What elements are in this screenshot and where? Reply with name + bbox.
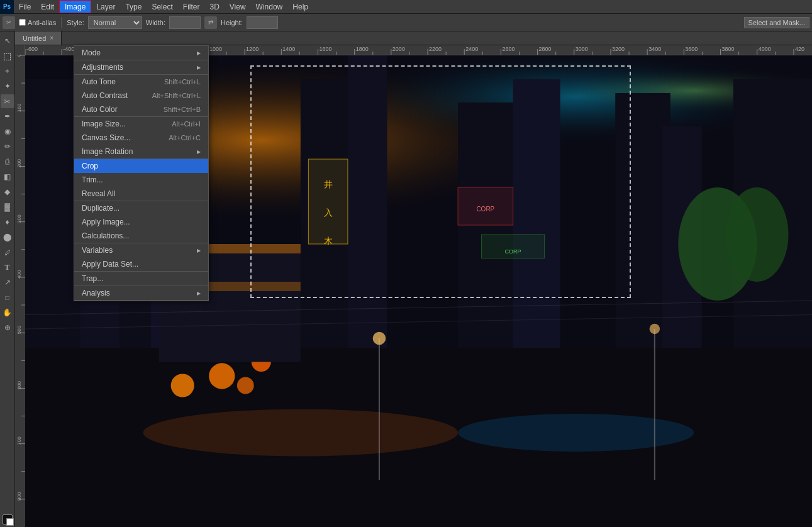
eraser-tool-btn[interactable]: ◆: [1, 185, 14, 199]
svg-text:CORP: CORP: [505, 248, 521, 255]
app-logo: Ps: [0, 0, 14, 14]
tab-bar: Untitled ×: [15, 31, 812, 45]
menu-section-duplicate: Duplicate... Apply Image... Calculations…: [74, 201, 208, 243]
svg-point-24: [209, 363, 235, 389]
width-label: Width:: [146, 19, 165, 26]
menu-section-analysis: Analysis: [74, 286, 208, 301]
move-tool-btn[interactable]: ↖: [1, 34, 14, 48]
menu-item-apply-dataset[interactable]: Apply Data Set...: [74, 257, 208, 271]
svg-rect-12: [615, 93, 670, 362]
tool-icon: ✂: [3, 16, 15, 29]
blur-tool-btn[interactable]: ♦: [1, 215, 14, 229]
menu-item-reveal-all[interactable]: Reveal All: [74, 187, 208, 201]
history-brush-btn[interactable]: ◧: [1, 170, 14, 184]
lasso-tool-btn[interactable]: ⌖: [1, 64, 14, 78]
menu-bar: Ps File Edit Image Layer Type Select Fil…: [0, 0, 812, 14]
antialias-label: Anti-alias: [28, 19, 56, 26]
menu-item-auto-tone[interactable]: Auto Tone Shift+Ctrl+L: [74, 75, 208, 89]
menu-section-trap: Trap...: [74, 272, 208, 286]
svg-point-16: [143, 409, 458, 457]
antialias-option[interactable]: Anti-alias: [19, 19, 56, 26]
image-menu-dropdown: Mode Adjustments Auto Tone Shift+Ctrl+L …: [74, 45, 209, 301]
height-input[interactable]: [247, 16, 278, 29]
swap-icon[interactable]: ⇄: [204, 16, 217, 29]
style-label: Style:: [67, 19, 84, 26]
menu-view[interactable]: View: [225, 0, 251, 13]
menu-item-crop[interactable]: Crop: [74, 159, 208, 173]
menu-item-adjustments[interactable]: Adjustments: [74, 60, 208, 74]
menu-item-canvas-size[interactable]: Canvas Size... Alt+Ctrl+C: [74, 131, 208, 145]
menu-section-auto: Auto Tone Shift+Ctrl+L Auto Contrast Alt…: [74, 75, 208, 117]
menu-type[interactable]: Type: [120, 0, 147, 13]
svg-point-17: [458, 414, 694, 452]
menu-window[interactable]: Window: [251, 0, 288, 13]
hand-tool-btn[interactable]: ✋: [1, 306, 14, 319]
canvas-tab[interactable]: Untitled ×: [15, 31, 62, 45]
ruler-left-canvas: [15, 55, 25, 527]
type-tool-btn[interactable]: T: [1, 260, 14, 274]
menu-select[interactable]: Select: [147, 0, 177, 13]
canvas-tab-title: Untitled: [23, 35, 46, 42]
menu-section-adjustments: Adjustments: [74, 60, 208, 75]
pen-tool-btn[interactable]: 🖊: [1, 245, 14, 259]
menu-item-mode[interactable]: Mode: [74, 46, 208, 60]
menu-item-auto-contrast[interactable]: Auto Contrast Alt+Shift+Ctrl+L: [74, 89, 208, 103]
menu-section-size: Image Size... Alt+Ctrl+I Canvas Size... …: [74, 117, 208, 159]
svg-point-36: [373, 332, 386, 345]
main-layout: ↖ ⬚ ⌖ ✦ ✂ ✒ ◉ ✏ ⎙ ◧ ◆ ▓ ♦ ⬤ 🖊 T ↗ □ ✋ ⊕ …: [0, 31, 812, 527]
menu-item-image-rotation[interactable]: Image Rotation: [74, 145, 208, 158]
menu-item-duplicate[interactable]: Duplicate...: [74, 201, 208, 215]
svg-point-40: [725, 187, 788, 282]
gradient-tool-btn[interactable]: ▓: [1, 200, 14, 214]
svg-text:木: 木: [324, 236, 333, 246]
svg-rect-18: [308, 159, 348, 244]
eyedropper-tool-btn[interactable]: ✒: [1, 109, 14, 123]
width-input[interactable]: [169, 16, 201, 29]
svg-text:CORP: CORP: [476, 206, 494, 213]
brush-tool-btn[interactable]: ✏: [1, 140, 14, 153]
crop-tool-btn[interactable]: ✂: [1, 94, 14, 108]
menu-item-trim[interactable]: Trim...: [74, 173, 208, 187]
svg-text:井: 井: [324, 179, 333, 189]
menu-item-auto-color[interactable]: Auto Color Shift+Ctrl+B: [74, 103, 208, 116]
menu-item-variables[interactable]: Variables: [74, 243, 208, 257]
style-select[interactable]: Normal Fixed Ratio Fixed Size: [88, 16, 142, 29]
menu-item-trap[interactable]: Trap...: [74, 272, 208, 286]
height-label: Height:: [221, 19, 243, 26]
antialias-checkbox[interactable]: [19, 19, 26, 26]
menu-edit[interactable]: Edit: [36, 0, 59, 13]
menu-item-apply-image[interactable]: Apply Image...: [74, 215, 208, 229]
menu-item-analysis[interactable]: Analysis: [74, 286, 208, 300]
menu-file[interactable]: File: [14, 0, 36, 13]
quick-select-tool-btn[interactable]: ✦: [1, 79, 14, 93]
dodge-tool-btn[interactable]: ⬤: [1, 230, 14, 244]
zoom-tool-btn[interactable]: ⊕: [1, 321, 14, 335]
spot-heal-tool-btn[interactable]: ◉: [1, 125, 14, 138]
select-mask-button[interactable]: Select and Mask...: [744, 17, 810, 28]
marquee-tool-btn[interactable]: ⬚: [1, 49, 14, 63]
menu-section-mode: Mode: [74, 46, 208, 60]
menu-section-variables: Variables Apply Data Set...: [74, 243, 208, 272]
menu-filter[interactable]: Filter: [178, 0, 205, 13]
menu-layer[interactable]: Layer: [91, 0, 120, 13]
clone-tool-btn[interactable]: ⎙: [1, 155, 14, 169]
svg-rect-10: [458, 103, 521, 362]
left-toolbar: ↖ ⬚ ⌖ ✦ ✂ ✒ ◉ ✏ ⎙ ◧ ◆ ▓ ♦ ⬤ 🖊 T ↗ □ ✋ ⊕: [0, 31, 15, 527]
menu-image[interactable]: Image: [59, 0, 91, 13]
svg-point-26: [171, 374, 194, 397]
menu-help[interactable]: Help: [287, 0, 313, 13]
svg-point-27: [237, 377, 254, 394]
menu-item-image-size[interactable]: Image Size... Alt+Ctrl+I: [74, 117, 208, 131]
svg-rect-9: [348, 55, 387, 362]
menu-item-calculations[interactable]: Calculations...: [74, 229, 208, 243]
menu-section-crop: Crop Trim... Reveal All: [74, 159, 208, 201]
options-bar: ✂ Anti-alias Style: Normal Fixed Ratio F…: [0, 14, 812, 31]
foreground-color-btn[interactable]: [3, 514, 13, 524]
svg-point-38: [650, 324, 660, 335]
canvas-area: Untitled ×: [15, 31, 812, 527]
menu-3d[interactable]: 3D: [204, 0, 224, 13]
ruler-left: [15, 55, 25, 527]
separator-1: [61, 17, 62, 28]
shape-tool-btn[interactable]: □: [1, 291, 14, 304]
path-select-btn[interactable]: ↗: [1, 275, 14, 289]
